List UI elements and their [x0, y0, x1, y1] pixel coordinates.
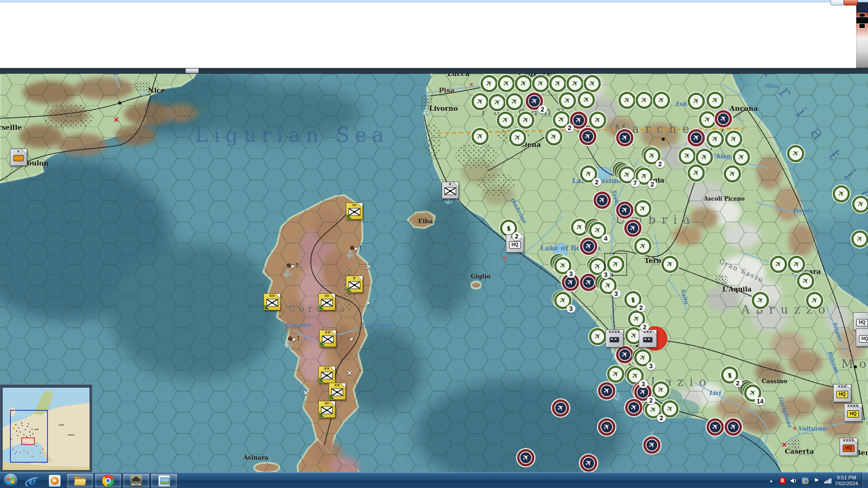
hq-unit[interactable]: XXXXHQ: [840, 438, 858, 456]
air-unit-italian[interactable]: ✈: [498, 75, 515, 92]
air-unit-italian[interactable]: ✈: [634, 238, 651, 255]
ground-unit-italian[interactable]: XX: [264, 293, 281, 310]
air-unit-german[interactable]: ✈2: [526, 93, 543, 110]
ground-unit-italian[interactable]: III: [318, 293, 335, 310]
air-unit-italian[interactable]: ✈3: [589, 258, 606, 275]
air-unit-italian[interactable]: ✈: [733, 149, 750, 166]
show-desktop-button[interactable]: [862, 473, 868, 488]
hq-unit[interactable]: XXXXHQ: [844, 404, 862, 422]
air-unit-italian[interactable]: ✈7: [618, 166, 636, 183]
air-unit-italian[interactable]: ✈: [696, 149, 713, 166]
air-unit-italian[interactable]: ✈: [566, 75, 584, 92]
air-unit-italian[interactable]: ✈: [497, 112, 514, 129]
air-unit-italian[interactable]: ✈: [725, 131, 742, 148]
air-unit-german[interactable]: ✈: [616, 346, 633, 363]
air-unit-italian[interactable]: ✈2: [628, 310, 645, 328]
air-unit-italian[interactable]: ✈: [688, 164, 705, 182]
air-unit-italian[interactable]: ✈: [724, 165, 741, 183]
air-unit-italian[interactable]: ✈: [661, 256, 679, 273]
air-unit-italian[interactable]: ✈: [509, 129, 526, 146]
air-unit-italian[interactable]: ✈: [532, 75, 549, 92]
air-unit-italian[interactable]: ▮2: [721, 366, 738, 384]
air-unit-german[interactable]: ✈: [643, 436, 660, 454]
air-unit-german[interactable]: ✈: [688, 129, 705, 146]
ground-unit-italian[interactable]: XX: [329, 383, 346, 400]
air-unit-german[interactable]: ✈: [580, 274, 597, 291]
hq-unit[interactable]: XXX: [639, 329, 657, 347]
air-unit-italian[interactable]: ✈: [584, 75, 601, 92]
taskbar-clock[interactable]: 9:51 PM 7/02/2024: [833, 475, 862, 487]
tray-antivirus-icon[interactable]: B: [779, 477, 786, 485]
air-unit-italian[interactable]: ✈: [607, 366, 624, 383]
air-unit-german[interactable]: ✈: [580, 455, 597, 472]
air-unit-italian[interactable]: ✈: [549, 75, 566, 92]
chrome-browser[interactable]: [94, 473, 122, 488]
air-unit-italian[interactable]: ✈3: [627, 367, 644, 385]
ground-unit-italian[interactable]: III: [318, 401, 335, 418]
air-unit-italian[interactable]: ✈: [472, 128, 489, 145]
air-unit-german[interactable]: ✈: [616, 202, 633, 219]
minimap[interactable]: [0, 385, 92, 472]
ground-unit-german[interactable]: X: [442, 182, 459, 199]
hq-unit[interactable]: XXXX: [605, 329, 623, 347]
air-unit-italian[interactable]: ✈: [652, 381, 670, 399]
air-unit-italian[interactable]: ✈: [707, 92, 724, 109]
air-unit-italian[interactable]: ✈: [797, 272, 814, 290]
air-unit-italian[interactable]: ✈: [472, 93, 489, 110]
air-unit-italian[interactable]: ✈: [707, 131, 724, 148]
tray-volume-icon[interactable]: [790, 477, 797, 485]
air-unit-italian[interactable]: ✈: [634, 200, 651, 217]
hq-unit[interactable]: HQ: [853, 312, 868, 330]
topbar-small-button[interactable]: [185, 68, 199, 73]
close-button[interactable]: [844, 0, 858, 5]
ground-unit-italian[interactable]: III: [346, 202, 363, 220]
air-unit-german[interactable]: ✈: [725, 418, 742, 436]
tray-network-icon[interactable]: [824, 477, 831, 485]
air-unit-italian[interactable]: ✈: [806, 292, 823, 309]
air-unit-italian[interactable]: ✈2: [580, 165, 597, 183]
air-unit-italian[interactable]: ✈3: [634, 349, 651, 366]
minimize-button[interactable]: [830, 0, 844, 5]
air-unit-german[interactable]: ✈: [552, 399, 569, 417]
air-unit-italian[interactable]: ✈: [770, 256, 787, 273]
air-unit-italian[interactable]: ✈3: [554, 257, 571, 274]
air-unit-italian[interactable]: ✈14: [744, 385, 761, 402]
air-unit-italian[interactable]: ✈2: [553, 111, 570, 128]
air-unit-german[interactable]: ✈: [517, 449, 534, 466]
rail-unit[interactable]: x: [10, 149, 27, 166]
ground-unit-italian[interactable]: XX: [318, 366, 335, 383]
air-unit-italian[interactable]: ✈: [653, 92, 670, 109]
air-unit-german[interactable]: ✈: [625, 399, 642, 416]
air-unit-italian[interactable]: ✈2: [643, 147, 660, 164]
file-explorer[interactable]: [66, 473, 94, 488]
screenshot-tool[interactable]: [151, 473, 178, 488]
air-unit-german[interactable]: ✈: [598, 382, 615, 399]
air-unit-italian[interactable]: ✈: [589, 328, 606, 345]
air-unit-italian[interactable]: ✈: [852, 196, 868, 213]
hq-unit[interactable]: XXXHQ: [833, 384, 851, 402]
air-unit-italian[interactable]: ✈: [517, 112, 534, 129]
media-player[interactable]: ▶: [44, 474, 66, 488]
air-unit-german[interactable]: ✈: [598, 418, 615, 436]
air-unit-italian[interactable]: ✈: [636, 92, 653, 109]
air-unit-italian[interactable]: ✈: [545, 128, 562, 145]
tray-chevron-up-icon[interactable]: ▲: [768, 477, 775, 485]
air-unit-italian[interactable]: ✈3: [554, 292, 571, 309]
hq-unit[interactable]: HQ: [856, 328, 868, 347]
air-unit-italian[interactable]: ✈: [699, 111, 716, 128]
air-unit-italian[interactable]: ▮2: [624, 291, 642, 308]
tray-action-center-icon[interactable]: ⚑: [813, 477, 820, 485]
air-unit-italian[interactable]: ✈: [506, 93, 523, 110]
tray-update-icon[interactable]: [802, 477, 809, 485]
air-unit-italian[interactable]: ✈: [752, 292, 769, 309]
air-unit-italian[interactable]: ✈: [607, 256, 624, 273]
ground-unit-italian[interactable]: X: [346, 276, 363, 293]
blank-overlay-window[interactable]: [0, 2, 856, 68]
air-unit-german[interactable]: ✈: [616, 129, 633, 146]
air-unit-german[interactable]: ✈: [594, 192, 611, 209]
air-unit-italian[interactable]: ✈: [618, 92, 636, 109]
air-unit-italian[interactable]: ✈: [589, 112, 606, 129]
ground-unit-italian[interactable]: XX: [319, 330, 336, 347]
internet-explorer[interactable]: e: [21, 474, 43, 488]
air-unit-german[interactable]: ✈: [707, 418, 724, 436]
